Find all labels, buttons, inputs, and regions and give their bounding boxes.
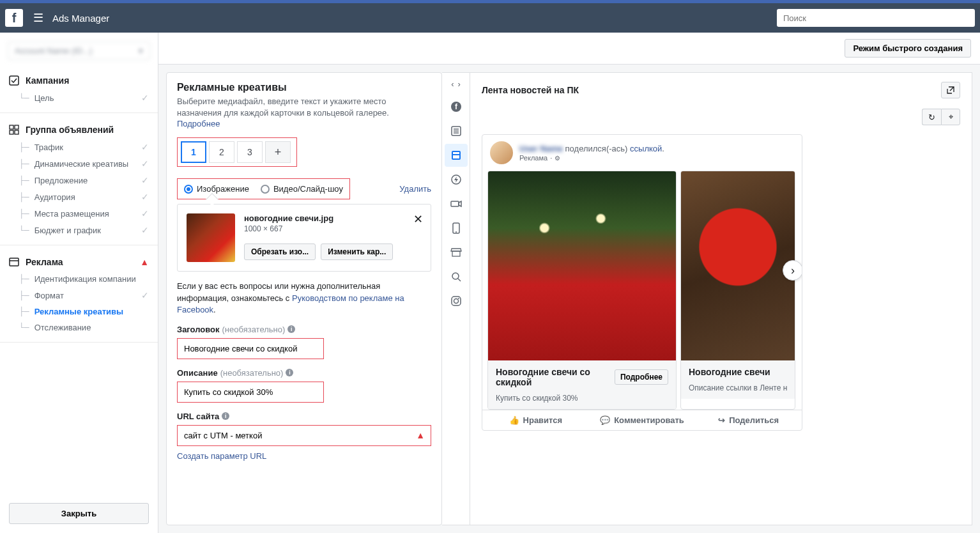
info-icon[interactable]: i — [222, 412, 229, 420]
nav-ad-header[interactable]: Реклама ▲ — [0, 253, 158, 271]
media-type-video[interactable]: Видео/Слайд-шоу — [261, 184, 343, 194]
page-name[interactable]: User Name — [519, 144, 563, 153]
nav-item-dynamic[interactable]: ├─Динамические креативы✓ — [0, 155, 158, 172]
like-button[interactable]: 👍 Нравится — [482, 410, 589, 430]
cta-button[interactable]: Подробнее — [615, 369, 668, 385]
carousel-card-1[interactable]: Новогодние свечи со скидкой Подробнее Ку… — [487, 171, 677, 410]
nav-ad-label: Реклама — [26, 257, 63, 267]
check-icon: ✓ — [141, 175, 149, 185]
nav-item-offer[interactable]: ├─Предложение✓ — [0, 172, 158, 189]
svg-rect-20 — [452, 251, 460, 256]
next-placement-icon[interactable]: › — [458, 79, 461, 89]
media-type-image[interactable]: Изображение — [184, 184, 249, 194]
nav-item-goal[interactable]: └─Цель ✓ — [0, 89, 158, 106]
editor-subtitle: Выберите медиафайл, введите текст и укаж… — [177, 96, 431, 119]
prev-placement-icon[interactable]: ‹ — [451, 79, 454, 89]
media-file-box: новогодние свечи.jpg 1000 × 667 Обрезать… — [177, 204, 431, 272]
warning-icon: ▲ — [140, 257, 149, 267]
carousel-card-title: Новогодние свечи — [689, 367, 787, 377]
svg-rect-5 — [10, 258, 19, 266]
nav-item-creatives[interactable]: ├─Рекламные креативы — [0, 304, 158, 320]
svg-point-19 — [456, 231, 457, 233]
ad-preview-card: User Name поделился(-ась) ссылкой. Рекла… — [482, 134, 802, 431]
check-icon: ✓ — [141, 290, 149, 300]
add-card-button[interactable]: + — [265, 141, 291, 163]
carousel-card-2[interactable]: Новогодние свечи Описание ссылки в Ленте… — [680, 171, 795, 410]
description-input[interactable] — [177, 382, 324, 403]
nav-adset-header[interactable]: Группа объявлений — [0, 121, 158, 139]
check-icon: ✓ — [141, 192, 149, 202]
placement-facebook-icon[interactable]: f — [445, 95, 468, 118]
placement-desktop-feed-icon[interactable] — [445, 144, 468, 167]
headline-label: Заголовок (необязательно) i — [177, 325, 431, 334]
nav-item-tracking[interactable]: └─Отслеживание — [0, 320, 158, 336]
thumbs-up-icon: 👍 — [509, 415, 519, 425]
svg-point-24 — [454, 299, 458, 304]
info-icon[interactable]: i — [286, 369, 293, 376]
card-tab-1[interactable]: 1 — [181, 141, 206, 163]
account-selector[interactable]: Account Name (ID...) ▾ — [8, 42, 150, 60]
campaign-icon — [9, 75, 19, 86]
placement-video-icon[interactable] — [445, 192, 468, 215]
shared-link[interactable]: ссылкой — [630, 144, 662, 153]
quick-create-button[interactable]: Режим быстрого создания — [845, 39, 971, 58]
preview-title: Лента новостей на ПК — [482, 85, 579, 95]
check-icon: ✓ — [141, 142, 149, 152]
nav-item-identity[interactable]: ├─Идентификация компании — [0, 271, 158, 287]
media-filename: новогодние свечи.jpg — [244, 213, 422, 223]
change-image-button[interactable]: Изменить кар... — [321, 243, 393, 260]
svg-rect-23 — [452, 297, 461, 305]
debug-icon[interactable]: ⌖ — [941, 109, 960, 125]
carousel-card-tabs: 1 2 3 + — [177, 137, 297, 167]
gear-icon[interactable]: ⚙ — [555, 155, 560, 162]
placement-marketplace-icon[interactable] — [445, 241, 468, 264]
close-button[interactable]: Закрыть — [9, 503, 149, 524]
delete-card-link[interactable]: Удалить — [399, 184, 431, 194]
info-icon[interactable]: i — [287, 325, 295, 333]
share-icon: ↪ — [718, 415, 725, 425]
comment-button[interactable]: 💬 Комментировать — [589, 410, 696, 430]
placement-feed-icon[interactable] — [445, 120, 468, 143]
placement-mobile-icon[interactable] — [445, 217, 468, 240]
headline-input[interactable] — [177, 338, 324, 359]
page-avatar — [490, 141, 513, 164]
media-type-selector: Изображение Видео/Слайд-шоу — [177, 178, 350, 199]
nav-item-audience[interactable]: ├─Аудитория✓ — [0, 189, 158, 205]
radio-unchecked-icon — [261, 185, 270, 194]
create-url-param-link[interactable]: Создать параметр URL — [177, 451, 431, 461]
placement-instant-icon[interactable] — [445, 168, 468, 191]
svg-rect-17 — [451, 201, 459, 206]
media-dimensions: 1000 × 667 — [244, 224, 422, 233]
card-tab-2[interactable]: 2 — [209, 141, 234, 163]
help-text: Если у вас есть вопросы или нужна дополн… — [177, 281, 431, 316]
check-icon: ✓ — [141, 208, 149, 219]
facebook-logo-icon[interactable]: f — [5, 9, 23, 27]
share-button[interactable]: ↪ Поделиться — [695, 410, 802, 430]
svg-rect-4 — [15, 130, 19, 134]
nav-item-traffic[interactable]: ├─Трафик✓ — [0, 139, 158, 155]
learn-more-link[interactable]: Подробнее — [177, 119, 220, 128]
nav-item-format[interactable]: ├─Формат✓ — [0, 287, 158, 304]
open-external-icon[interactable] — [941, 82, 960, 98]
crop-image-button[interactable]: Обрезать изо... — [244, 243, 316, 260]
description-label: Описание (необязательно) i — [177, 368, 431, 378]
card-tab-3[interactable]: 3 — [237, 141, 263, 163]
warning-icon: ▲ — [416, 430, 425, 440]
placement-instagram-icon[interactable] — [445, 290, 468, 313]
url-input[interactable] — [177, 425, 431, 446]
search-input[interactable] — [777, 9, 975, 27]
svg-rect-1 — [10, 125, 13, 129]
carousel-next-icon[interactable]: › — [783, 260, 802, 281]
app-title: Ads Manager — [52, 13, 109, 24]
remove-media-icon[interactable]: ✕ — [413, 212, 423, 226]
nav-item-placements[interactable]: ├─Места размещения✓ — [0, 205, 158, 222]
menu-icon[interactable]: ☰ — [33, 11, 43, 25]
nav-item-budget[interactable]: └─Бюджет и график✓ — [0, 222, 158, 238]
svg-line-22 — [458, 279, 461, 281]
nav-campaign-header[interactable]: Кампания — [0, 72, 158, 89]
refresh-icon[interactable]: ↻ — [922, 109, 941, 125]
placement-rail: ‹ › f — [442, 72, 470, 525]
placement-search-icon[interactable] — [445, 265, 468, 288]
svg-rect-14 — [453, 152, 459, 154]
ad-icon — [9, 257, 19, 267]
